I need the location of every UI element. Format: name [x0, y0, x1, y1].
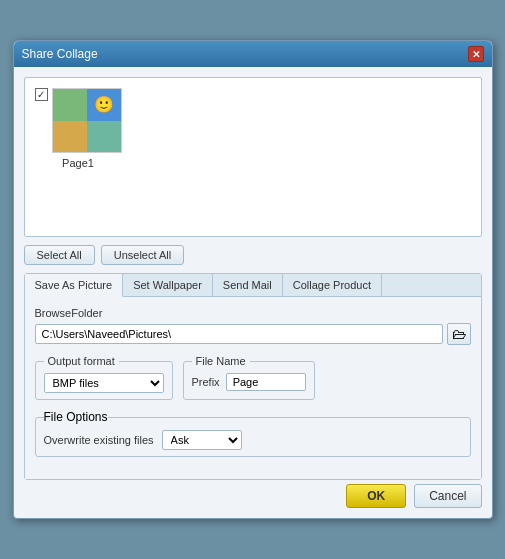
tab-save-as-picture[interactable]: Save As Picture: [25, 274, 124, 297]
list-item: ✓ 🙂 Page1: [35, 88, 122, 226]
ok-button[interactable]: OK: [346, 484, 406, 508]
browse-row: 🗁: [35, 323, 471, 345]
unselect-all-button[interactable]: Unselect All: [101, 245, 184, 265]
share-collage-dialog: Share Collage ✕ ✓ 🙂 Page1: [13, 40, 493, 519]
thumb-cell-1: [53, 89, 87, 121]
pages-area: ✓ 🙂 Page1: [24, 77, 482, 237]
browse-folder-button[interactable]: 🗁: [447, 323, 471, 345]
browse-folder-input[interactable]: [35, 324, 443, 344]
page-checkbox[interactable]: ✓: [35, 88, 48, 101]
file-name-legend: File Name: [192, 355, 250, 367]
page-label: Page1: [62, 157, 94, 169]
format-filename-row: Output format BMP files JPEG files PNG f…: [35, 355, 471, 400]
tab-set-wallpaper[interactable]: Set Wallpaper: [123, 274, 213, 296]
window-title: Share Collage: [22, 47, 98, 61]
browse-folder-label: BrowseFolder: [35, 307, 471, 319]
window-body: ✓ 🙂 Page1 Select All Unselect All: [14, 67, 492, 518]
thumb-cell-4: [87, 121, 121, 153]
tab-collage-product[interactable]: Collage Product: [283, 274, 382, 296]
select-all-button[interactable]: Select All: [24, 245, 95, 265]
file-options-legend: File Options: [44, 410, 108, 424]
thumb-cell-3: [53, 121, 87, 153]
prefix-label: Prefix: [192, 376, 220, 388]
output-format-legend: Output format: [44, 355, 119, 367]
cancel-button[interactable]: Cancel: [414, 484, 481, 508]
file-name-group: Prefix: [192, 373, 306, 391]
title-bar: Share Collage ✕: [14, 41, 492, 67]
file-options-row: Overwrite existing files Ask Always Neve…: [44, 430, 462, 450]
file-name-fieldset: File Name Prefix: [183, 355, 315, 400]
selection-buttons: Select All Unselect All: [24, 245, 482, 265]
output-format-fieldset: Output format BMP files JPEG files PNG f…: [35, 355, 173, 400]
tabs-container: Save As Picture Set Wallpaper Send Mail …: [24, 273, 482, 480]
overwrite-select[interactable]: Ask Always Never: [162, 430, 242, 450]
file-options-fieldset: File Options Overwrite existing files As…: [35, 410, 471, 457]
prefix-input[interactable]: [226, 373, 306, 391]
close-button[interactable]: ✕: [468, 46, 484, 62]
tab-content-save-as-picture: BrowseFolder 🗁 Output format BMP files J…: [25, 297, 481, 479]
page-thumbnail: 🙂: [52, 88, 122, 153]
tab-send-mail[interactable]: Send Mail: [213, 274, 283, 296]
overwrite-label: Overwrite existing files: [44, 434, 154, 446]
bottom-buttons: OK Cancel: [24, 484, 482, 508]
page-checkbox-row: ✓ 🙂: [35, 88, 122, 153]
thumb-cell-2: 🙂: [87, 89, 121, 121]
tabs-bar: Save As Picture Set Wallpaper Send Mail …: [25, 274, 481, 297]
output-format-select[interactable]: BMP files JPEG files PNG files GIF files: [44, 373, 164, 393]
